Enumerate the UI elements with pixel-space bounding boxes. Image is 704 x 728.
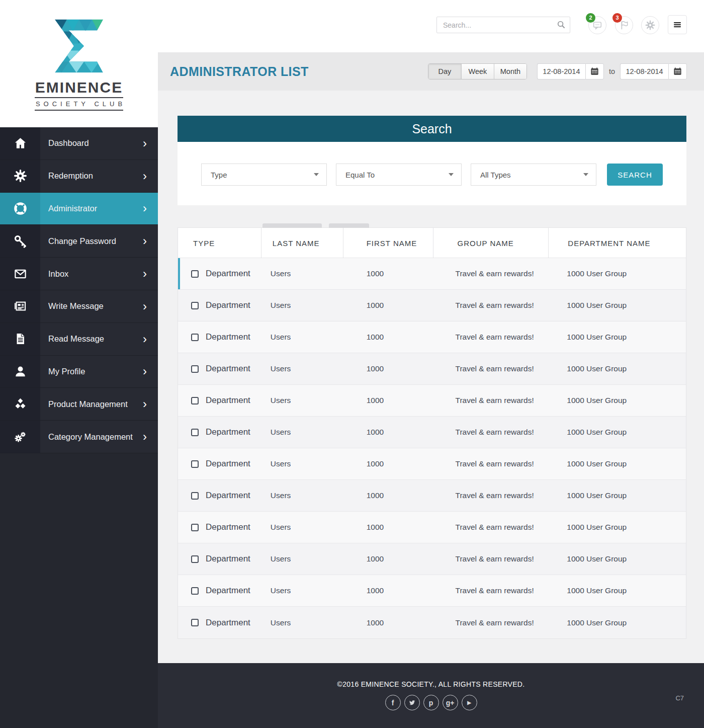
row-checkbox[interactable] bbox=[191, 460, 199, 468]
pinterest-icon[interactable]: p bbox=[423, 695, 439, 710]
chevron-right-icon: › bbox=[143, 365, 147, 377]
sidebar-item-administrator[interactable]: Administrator› bbox=[0, 193, 158, 225]
table-row: DepartmentUsers1000Travel & earn rewards… bbox=[178, 480, 686, 512]
date-range-to-label: to bbox=[609, 67, 615, 75]
page-title: ADMINISTRATOR LIST bbox=[170, 64, 309, 79]
cell-group-name: Travel & earn rewards! bbox=[433, 618, 549, 627]
column-header-first-name[interactable]: FIRST NAME bbox=[343, 228, 433, 258]
range-button-month[interactable]: Month bbox=[494, 64, 526, 79]
cell-text: 1000 bbox=[367, 301, 384, 310]
row-checkbox[interactable] bbox=[191, 334, 199, 341]
cell-first-name: 1000 bbox=[343, 269, 433, 278]
cell-text: Users bbox=[271, 618, 291, 627]
date-to-calendar-button[interactable] bbox=[668, 63, 687, 79]
chevron-right-icon: › bbox=[143, 333, 147, 345]
cell-first-name: 1000 bbox=[343, 523, 433, 532]
notifications-badge: 3 bbox=[612, 13, 622, 23]
sidebar-nav: Dashboard›Redemption›Administrator›Chang… bbox=[0, 127, 158, 453]
sidebar-item-label: Inbox bbox=[40, 258, 68, 290]
filter-select-all-types[interactable]: All Types bbox=[471, 164, 596, 186]
menu-toggle-button[interactable] bbox=[668, 15, 687, 34]
row-checkbox[interactable] bbox=[191, 587, 199, 595]
cell-text: Department bbox=[206, 618, 250, 628]
date-from-input[interactable] bbox=[537, 63, 585, 79]
date-from-calendar-button[interactable] bbox=[585, 63, 604, 79]
cell-text: Travel & earn rewards! bbox=[456, 333, 534, 342]
chevron-right-icon: › bbox=[143, 202, 147, 214]
row-checkbox[interactable] bbox=[191, 619, 199, 626]
messages-button[interactable]: 2 bbox=[588, 16, 606, 34]
row-checkbox[interactable] bbox=[191, 302, 199, 309]
user-icon bbox=[0, 356, 40, 388]
row-checkbox[interactable] bbox=[191, 365, 199, 373]
table-body: DepartmentUsers1000Travel & earn rewards… bbox=[178, 258, 686, 638]
filter-select-equal-to[interactable]: Equal To bbox=[336, 164, 462, 186]
sidebar-item-product-management[interactable]: Product Management› bbox=[0, 388, 158, 421]
sidebar-item-dashboard[interactable]: Dashboard› bbox=[0, 127, 158, 160]
cell-text: 1000 User Group bbox=[567, 523, 627, 532]
cell-text: Department bbox=[206, 427, 250, 437]
filter-select-type[interactable]: Type bbox=[201, 164, 327, 186]
sidebar-item-label: Product Management bbox=[40, 388, 128, 420]
column-header-group-name[interactable]: GROUP NAME bbox=[433, 228, 549, 258]
cell-group-name: Travel & earn rewards! bbox=[433, 396, 549, 405]
sidebar-item-read-message[interactable]: Read Message› bbox=[0, 323, 158, 356]
cell-text: 1000 bbox=[367, 523, 384, 532]
row-checkbox[interactable] bbox=[191, 429, 199, 436]
date-to-input[interactable] bbox=[620, 63, 668, 79]
cell-department-name: 1000 User Group bbox=[548, 364, 686, 373]
row-checkbox[interactable] bbox=[191, 524, 199, 531]
row-checkbox[interactable] bbox=[191, 555, 199, 563]
cell-text: 1000 User Group bbox=[567, 459, 627, 468]
search-input[interactable] bbox=[436, 17, 570, 33]
twitter-icon[interactable] bbox=[404, 695, 420, 710]
cell-text: Department bbox=[206, 586, 250, 596]
sidebar-item-redemption[interactable]: Redemption› bbox=[0, 160, 158, 193]
column-header-type[interactable]: TYPE bbox=[178, 228, 261, 258]
search-icon[interactable] bbox=[556, 20, 566, 30]
cell-text: 1000 bbox=[367, 333, 384, 342]
cell-type: Department bbox=[178, 618, 261, 628]
brand-logo[interactable]: EMINENCE SOCIETY CLUB bbox=[0, 0, 158, 127]
cell-first-name: 1000 bbox=[343, 586, 433, 595]
notifications-button[interactable]: 3 bbox=[615, 16, 633, 34]
search-panel-title: Search bbox=[412, 122, 452, 136]
row-checkbox[interactable] bbox=[191, 397, 199, 405]
settings-button[interactable] bbox=[641, 16, 659, 34]
sidebar-item-inbox[interactable]: Inbox› bbox=[0, 258, 158, 290]
topbar: 2 3 bbox=[158, 0, 704, 52]
cell-text: 1000 bbox=[367, 459, 384, 468]
youtube-icon[interactable]: ▶ bbox=[462, 695, 477, 710]
sidebar-item-my-profile[interactable]: My Profile› bbox=[0, 356, 158, 388]
search-panel: Search TypeEqual ToAll Types SEARCH bbox=[178, 116, 686, 205]
cell-text: 1000 User Group bbox=[567, 333, 627, 342]
cell-type: Department bbox=[178, 491, 261, 501]
row-checkbox[interactable] bbox=[191, 492, 199, 500]
column-header-last-name[interactable]: LAST NAME bbox=[261, 228, 343, 258]
google-plus-icon[interactable]: g+ bbox=[443, 695, 458, 710]
brand-name: EMINENCE bbox=[0, 79, 158, 96]
date-from-group bbox=[537, 63, 604, 79]
title-bar: ADMINISTRATOR LIST DayWeekMonth to bbox=[158, 52, 704, 91]
cell-first-name: 1000 bbox=[343, 618, 433, 627]
cell-type: Department bbox=[178, 459, 261, 469]
sidebar-item-category-management[interactable]: Category Management› bbox=[0, 421, 158, 453]
global-search bbox=[436, 17, 570, 33]
sidebar-item-label: Administrator bbox=[40, 193, 97, 225]
sidebar-item-write-message[interactable]: Write Message› bbox=[0, 290, 158, 323]
column-header-department-name[interactable]: DEPARTMENT NAME bbox=[548, 228, 686, 258]
sidebar-item-change-password[interactable]: Change Password› bbox=[0, 225, 158, 258]
table-row: DepartmentUsers1000Travel & earn rewards… bbox=[178, 448, 686, 480]
cell-type: Department bbox=[178, 554, 261, 564]
cell-text: Users bbox=[271, 491, 291, 500]
facebook-icon[interactable]: f bbox=[385, 695, 401, 710]
range-button-week[interactable]: Week bbox=[461, 64, 494, 79]
calendar-icon bbox=[673, 70, 682, 77]
hamburger-icon bbox=[671, 25, 683, 32]
search-submit-button[interactable]: SEARCH bbox=[607, 164, 663, 186]
range-button-day[interactable]: Day bbox=[428, 64, 461, 79]
chevron-down-icon bbox=[583, 173, 588, 176]
cell-type: Department bbox=[178, 427, 261, 437]
row-checkbox[interactable] bbox=[191, 270, 199, 278]
cell-text: Users bbox=[271, 364, 291, 373]
